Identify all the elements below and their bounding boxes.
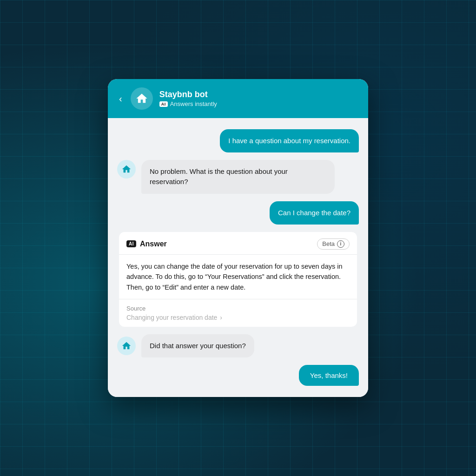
bot-avatar-large — [131, 87, 153, 110]
beta-badge[interactable]: Beta i — [317, 238, 350, 250]
bot-message-2: Did that answer your question? — [117, 334, 359, 357]
user-message-1: I have a question about my reservation. — [117, 129, 359, 152]
ai-badge-header: AI — [159, 101, 168, 107]
user-bubble-1: I have a question about my reservation. — [220, 129, 359, 152]
beta-label: Beta — [322, 240, 335, 247]
chat-window: ‹ Staybnb bot AI Answers instantly I hav… — [108, 79, 368, 397]
bot-status: AI Answers instantly — [159, 100, 217, 107]
ai-badge-card: AI — [126, 240, 136, 247]
bot-bubble-2: Did that answer your question? — [141, 334, 254, 357]
bot-bubble-1: No problem. What is the question about y… — [141, 160, 335, 194]
answer-body: Yes, you can change the date of your res… — [119, 255, 357, 299]
answer-title: AI Answer — [126, 240, 167, 248]
user-bubble-2: Can I change the date? — [270, 201, 359, 225]
bot-info: Staybnb bot AI Answers instantly — [159, 90, 217, 108]
chat-header: ‹ Staybnb bot AI Answers instantly — [108, 79, 368, 118]
source-link[interactable]: Changing your reservation date › — [126, 314, 350, 321]
source-link-text: Changing your reservation date — [126, 314, 217, 321]
source-section: Source Changing your reservation date › — [119, 299, 357, 327]
info-icon[interactable]: i — [337, 240, 344, 248]
bot-name: Staybnb bot — [159, 90, 217, 100]
bot-message-1: No problem. What is the question about y… — [117, 160, 359, 194]
chat-body: I have a question about my reservation. … — [108, 118, 368, 397]
answer-card: AI Answer Beta i Yes, you can change the… — [119, 232, 357, 327]
answer-title-text: Answer — [140, 240, 167, 248]
bot-status-text: Answers instantly — [170, 100, 217, 107]
user-message-thanks: Yes, thanks! — [117, 365, 359, 386]
user-message-2: Can I change the date? — [117, 201, 359, 225]
back-button[interactable]: ‹ — [117, 92, 124, 105]
chevron-right-icon: › — [220, 314, 222, 321]
source-label: Source — [126, 305, 350, 312]
bot-avatar-sm-2 — [117, 337, 136, 355]
answer-card-header: AI Answer Beta i — [119, 232, 357, 255]
bot-avatar-sm-1 — [117, 160, 136, 178]
yes-thanks-button[interactable]: Yes, thanks! — [299, 365, 359, 386]
